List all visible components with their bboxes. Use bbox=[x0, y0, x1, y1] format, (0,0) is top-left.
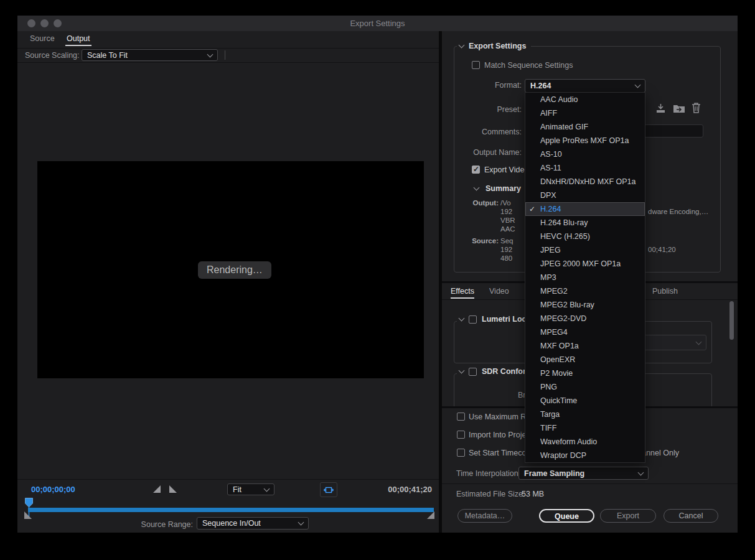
summary-output-line4: AAC bbox=[500, 225, 515, 233]
format-label: Format: bbox=[397, 81, 522, 90]
timecode-duration: 00;00;41;20 bbox=[373, 485, 432, 494]
tab-video[interactable]: Video bbox=[489, 287, 509, 296]
timeline-scrubber[interactable] bbox=[28, 508, 434, 512]
format-option[interactable]: MPEG2 Blu-ray bbox=[525, 298, 645, 312]
rendering-status: Rendering… bbox=[198, 261, 271, 279]
zoom-level-value: Fit bbox=[233, 485, 242, 494]
window-title: Export Settings bbox=[17, 19, 738, 28]
in-point-button[interactable] bbox=[153, 485, 161, 493]
source-scaling-label: Source Scaling: bbox=[25, 51, 80, 60]
format-option[interactable]: MPEG2-DVD bbox=[525, 312, 645, 325]
tab-effects-underline bbox=[451, 297, 474, 299]
format-option[interactable]: JPEG 2000 MXF OP1a bbox=[525, 257, 645, 271]
source-scaling-value: Scale To Fit bbox=[87, 51, 128, 60]
scrollbar-thumb[interactable] bbox=[729, 301, 734, 340]
pane-splitter-handle bbox=[225, 50, 225, 60]
format-value: H.264 bbox=[530, 82, 551, 90]
tab-output[interactable]: Output bbox=[67, 34, 90, 43]
export-video-label: Export Video bbox=[484, 166, 528, 174]
estimated-size-value: 53 MB bbox=[522, 490, 544, 498]
match-sequence-label: Match Sequence Settings bbox=[484, 61, 573, 70]
format-option[interactable]: AS-11 bbox=[525, 161, 645, 175]
crop-output-button[interactable] bbox=[320, 482, 337, 497]
format-option[interactable]: JPEG bbox=[525, 243, 645, 257]
format-option[interactable]: Targa bbox=[525, 408, 645, 421]
collapse-chevron-icon[interactable] bbox=[459, 315, 465, 322]
import-preset-icon[interactable] bbox=[672, 103, 686, 114]
format-option[interactable]: Animated GIF bbox=[525, 120, 645, 134]
tab-output-underline bbox=[65, 45, 91, 46]
use-max-render-checkbox[interactable] bbox=[457, 413, 465, 421]
chevron-down-icon bbox=[635, 82, 641, 88]
lumetri-checkbox[interactable] bbox=[469, 315, 477, 324]
divider bbox=[17, 479, 439, 480]
timecode-current[interactable]: 00;00;00;00 bbox=[31, 485, 75, 494]
summary-source-line2-tail: 00;41;20 bbox=[648, 246, 676, 253]
format-option[interactable]: AS-10 bbox=[525, 147, 645, 161]
import-into-project-label: Import Into Project bbox=[469, 431, 532, 439]
collapse-chevron-icon[interactable] bbox=[459, 368, 465, 374]
format-option[interactable]: AAC Audio bbox=[525, 93, 645, 106]
format-option[interactable]: P2 Movie bbox=[525, 366, 645, 380]
comments-label: Comments: bbox=[397, 128, 522, 136]
format-option-selected[interactable]: ✓ H.264 bbox=[525, 202, 645, 216]
format-option[interactable]: MP3 bbox=[525, 271, 645, 284]
set-start-timecode-checkbox[interactable] bbox=[457, 449, 465, 457]
summary-source-line1: Seq bbox=[500, 237, 513, 245]
chevron-down-icon bbox=[298, 520, 304, 526]
collapse-chevron-icon[interactable] bbox=[459, 42, 465, 49]
zoom-level-select[interactable]: Fit bbox=[227, 483, 274, 495]
chevron-down-icon bbox=[696, 338, 702, 345]
sdr-conform-checkbox[interactable] bbox=[469, 368, 477, 376]
export-settings-title: Export Settings bbox=[469, 42, 526, 50]
export-video-checkbox[interactable] bbox=[472, 166, 480, 174]
summary-output-line1: /Vo bbox=[500, 199, 511, 207]
output-name-label: Output Name: bbox=[397, 148, 522, 157]
format-option[interactable]: PNG bbox=[525, 380, 645, 394]
time-interpolation-value: Frame Sampling bbox=[524, 469, 584, 478]
export-settings-dialog: Export Settings Source Output Source Sca… bbox=[0, 0, 755, 560]
out-point-button[interactable] bbox=[169, 485, 177, 493]
format-option[interactable]: DPX bbox=[525, 189, 645, 202]
chevron-down-icon bbox=[207, 51, 213, 57]
format-dropdown-menu: AAC Audio AIFF Animated GIF Apple ProRes… bbox=[525, 92, 645, 463]
export-button[interactable]: Export bbox=[600, 509, 656, 523]
queue-button[interactable]: Queue bbox=[539, 509, 594, 523]
format-option[interactable]: MPEG4 bbox=[525, 325, 645, 339]
trim-handle-right[interactable] bbox=[427, 511, 434, 519]
format-option[interactable]: MXF OP1a bbox=[525, 339, 645, 353]
format-option[interactable]: AIFF bbox=[525, 106, 645, 120]
time-interpolation-select[interactable]: Frame Sampling bbox=[518, 467, 649, 480]
tab-source[interactable]: Source bbox=[30, 34, 55, 43]
divider bbox=[17, 48, 439, 49]
tab-publish[interactable]: Publish bbox=[652, 287, 678, 296]
format-option[interactable]: HEVC (H.265) bbox=[525, 230, 645, 243]
chevron-down-icon bbox=[638, 469, 644, 475]
format-option[interactable]: QuickTime bbox=[525, 394, 645, 408]
trim-handle-left[interactable] bbox=[24, 511, 32, 519]
source-scaling-select[interactable]: Scale To Fit bbox=[82, 49, 218, 61]
export-settings-header: Export Settings bbox=[457, 42, 531, 50]
divider bbox=[442, 483, 738, 484]
source-range-select[interactable]: Sequence In/Out bbox=[197, 517, 309, 530]
format-option[interactable]: H.264 Blu-ray bbox=[525, 216, 645, 230]
metadata-button[interactable]: Metadata… bbox=[457, 509, 512, 523]
tab-effects[interactable]: Effects bbox=[451, 287, 474, 296]
format-option[interactable]: OpenEXR bbox=[525, 353, 645, 366]
format-option[interactable]: Wraptor DCP bbox=[525, 449, 645, 462]
match-sequence-checkbox[interactable] bbox=[472, 61, 480, 69]
save-preset-icon[interactable] bbox=[655, 103, 667, 114]
format-option[interactable]: DNxHR/DNxHD MXF OP1a bbox=[525, 175, 645, 189]
import-into-project-checkbox[interactable] bbox=[457, 431, 465, 439]
summary-output-line2: 192 bbox=[500, 208, 512, 215]
cancel-button[interactable]: Cancel bbox=[664, 509, 718, 523]
format-option[interactable]: Waveform Audio bbox=[525, 435, 645, 449]
format-option[interactable]: Apple ProRes MXF OP1a bbox=[525, 134, 645, 147]
summary-source-line3: 480 bbox=[500, 254, 512, 262]
format-select[interactable]: H.264 bbox=[525, 79, 645, 93]
time-interpolation-label: Time Interpolation: bbox=[456, 469, 520, 478]
format-option[interactable]: TIFF bbox=[525, 421, 645, 435]
summary-output-label: Output: bbox=[399, 199, 499, 207]
delete-preset-icon[interactable] bbox=[691, 102, 701, 114]
format-option[interactable]: MPEG2 bbox=[525, 284, 645, 298]
